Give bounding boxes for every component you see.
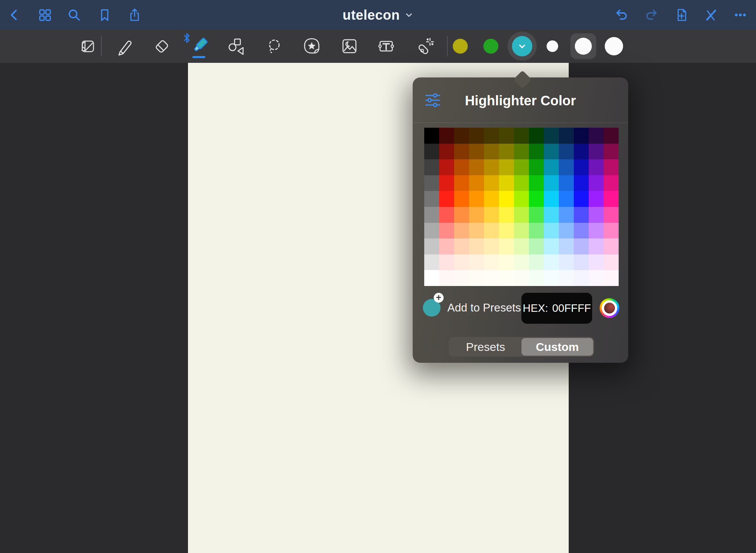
color-cell[interactable] [529,270,544,286]
color-cell[interactable] [604,128,619,144]
color-cell[interactable] [484,128,499,144]
color-cell[interactable] [439,207,454,223]
color-cell[interactable] [424,128,439,144]
color-cell[interactable] [454,159,469,175]
color-swatch-green[interactable] [483,39,498,54]
color-cell[interactable] [544,159,559,175]
color-cell[interactable] [574,128,589,144]
edit-mode-button[interactable] [74,33,100,59]
color-cell[interactable] [559,144,574,160]
color-cell[interactable] [544,191,559,207]
thickness-large-button[interactable] [605,37,623,55]
stylus-toggle-button[interactable] [703,7,718,22]
thickness-medium-button-selected[interactable] [570,33,596,59]
color-cell[interactable] [589,270,604,286]
color-cell[interactable] [469,254,484,270]
color-cell[interactable] [484,175,499,191]
color-cell[interactable] [604,223,619,239]
color-cell[interactable] [514,223,529,239]
color-cell[interactable] [574,254,589,270]
text-tool-button[interactable] [373,33,399,59]
color-cell[interactable] [499,144,514,160]
color-cell[interactable] [514,191,529,207]
color-cell[interactable] [529,238,544,254]
color-cell[interactable] [484,207,499,223]
color-cell[interactable] [574,175,589,191]
hex-input[interactable]: HEX: 00FFFF [521,293,592,324]
color-cell[interactable] [514,254,529,270]
color-cell[interactable] [469,191,484,207]
color-cell[interactable] [469,223,484,239]
color-cell[interactable] [529,191,544,207]
color-cell[interactable] [514,207,529,223]
color-cell[interactable] [604,191,619,207]
color-cell[interactable] [454,191,469,207]
color-cell[interactable] [559,159,574,175]
color-cell[interactable] [469,128,484,144]
color-cell[interactable] [484,144,499,160]
color-cell[interactable] [589,175,604,191]
color-cell[interactable] [439,191,454,207]
color-cell[interactable] [424,254,439,270]
color-cell[interactable] [589,191,604,207]
color-cell[interactable] [499,238,514,254]
color-cell[interactable] [604,270,619,286]
color-cell[interactable] [439,128,454,144]
color-cell[interactable] [604,144,619,160]
color-cell[interactable] [439,270,454,286]
color-swatch-olive[interactable] [453,39,468,54]
tab-custom[interactable]: Custom [521,338,593,356]
color-cell[interactable] [469,159,484,175]
color-cell[interactable] [424,223,439,239]
color-cell[interactable] [544,223,559,239]
color-cell[interactable] [604,207,619,223]
color-cell[interactable] [439,223,454,239]
color-cell[interactable] [544,238,559,254]
document-title-group[interactable]: utelecon [0,0,756,30]
color-cell[interactable] [514,238,529,254]
color-cell[interactable] [424,175,439,191]
shapes-tool-button[interactable] [224,33,250,59]
color-cell[interactable] [544,144,559,160]
color-cell[interactable] [589,159,604,175]
color-cell[interactable] [484,223,499,239]
color-cell[interactable] [544,175,559,191]
color-cell[interactable] [454,238,469,254]
color-cell[interactable] [544,207,559,223]
color-cell[interactable] [484,159,499,175]
color-cell[interactable] [424,191,439,207]
color-cell[interactable] [469,207,484,223]
color-cell[interactable] [439,254,454,270]
color-cell[interactable] [499,175,514,191]
color-cell[interactable] [484,191,499,207]
color-cell[interactable] [499,270,514,286]
color-cell[interactable] [589,144,604,160]
add-to-presets-label[interactable]: Add to Presets [447,299,521,317]
color-cell[interactable] [574,270,589,286]
color-cell[interactable] [499,128,514,144]
color-cell[interactable] [439,159,454,175]
color-cell[interactable] [454,223,469,239]
color-cell[interactable] [454,207,469,223]
color-cell[interactable] [529,159,544,175]
color-cell[interactable] [529,254,544,270]
redo-button[interactable] [644,7,659,22]
color-cell[interactable] [574,238,589,254]
color-cell[interactable] [454,175,469,191]
color-cell[interactable] [454,128,469,144]
color-cell[interactable] [589,238,604,254]
color-cell[interactable] [469,270,484,286]
lasso-tool-button[interactable] [261,33,287,59]
color-cell[interactable] [514,159,529,175]
color-cell[interactable] [439,144,454,160]
color-cell[interactable] [529,175,544,191]
color-cell[interactable] [514,270,529,286]
eraser-tool-button[interactable] [149,33,175,59]
color-cell[interactable] [484,270,499,286]
color-cell[interactable] [484,238,499,254]
sticker-tool-button[interactable] [299,33,325,59]
color-cell[interactable] [559,191,574,207]
color-cell[interactable] [499,159,514,175]
color-cell[interactable] [424,238,439,254]
color-cell[interactable] [469,238,484,254]
